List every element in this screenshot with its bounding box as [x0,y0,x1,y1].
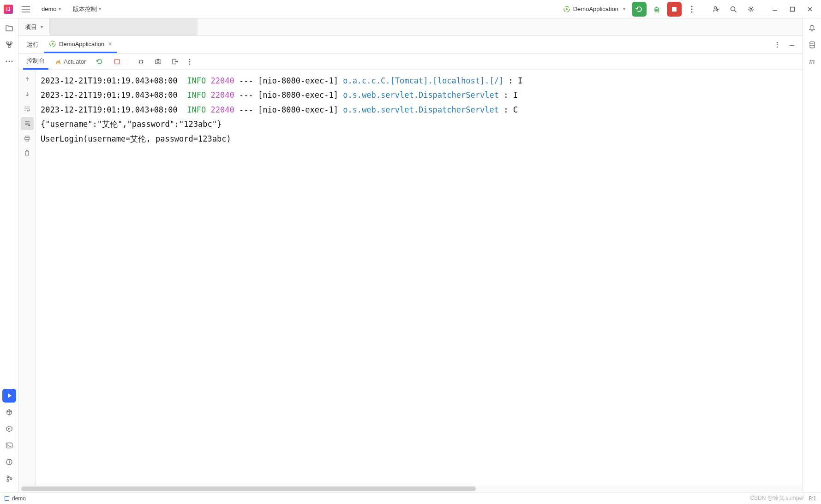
svg-point-9 [750,8,752,10]
svg-point-24 [777,42,778,43]
project-panel-tab[interactable]: 项目 ▾ [18,18,50,36]
console-output[interactable]: 2023-12-21T19:01:19.043+08:00 INFO 22040… [36,70,803,486]
project-breadcrumb[interactable]: demo ▾ [39,4,64,14]
actuator-icon [55,59,61,65]
maximize-button[interactable] [785,2,800,17]
stop-button[interactable] [667,2,682,17]
hide-run-panel-button[interactable] [786,39,798,51]
debug-button[interactable] [649,2,664,17]
scroll-up-button[interactable] [21,73,34,86]
editor-tabs-empty [50,18,198,36]
database-tool-button[interactable] [805,38,819,52]
search-button[interactable] [726,2,741,17]
svg-point-32 [189,61,191,62]
svg-point-5 [691,8,693,10]
svg-point-1 [566,8,568,10]
console-more-button[interactable] [185,53,194,70]
run-config-selector[interactable]: DemoApplication ▾ [559,4,629,15]
clear-console-button[interactable] [21,147,34,160]
run-config-name: DemoApplication [573,6,618,12]
notifications-button[interactable] [805,21,819,35]
exit-button[interactable] [168,53,182,70]
code-with-me-button[interactable] [708,2,723,17]
console-gutter [18,70,36,486]
close-tab-button[interactable]: × [107,40,113,47]
titlebar: IJ demo ▾ 版本控制 ▾ DemoApplication ▾ [0,0,821,18]
restart-button[interactable] [92,53,107,70]
run-tab-options-button[interactable] [771,39,783,51]
svg-rect-12 [10,42,12,44]
run-tool-tabs: 运行 DemoApplication × [18,36,803,53]
services-tool-button[interactable] [2,422,16,436]
chevron-down-icon: ▾ [99,6,101,12]
svg-point-27 [140,60,143,64]
svg-point-16 [11,61,12,62]
soft-wrap-button[interactable] [21,102,34,115]
svg-rect-11 [6,42,8,44]
caret-position[interactable]: 8:1 [809,495,816,502]
watermark-text: CSDN @翰戈.sumper [750,494,804,502]
project-header-row: 项目 ▾ [18,18,803,36]
run-panel-label: 运行 [23,41,42,49]
settings-button[interactable] [743,2,758,17]
terminal-tool-button[interactable] [2,439,16,452]
more-tools-button[interactable] [2,54,16,68]
main-menu-button[interactable] [19,3,32,16]
debug-attach-button[interactable] [134,53,148,70]
svg-point-8 [731,6,735,11]
scroll-down-button[interactable] [21,88,34,101]
rerun-button[interactable] [632,2,647,17]
svg-rect-3 [672,7,677,12]
app-icon: IJ [4,5,13,14]
svg-point-23 [52,43,54,45]
stop-process-button[interactable] [109,53,124,70]
close-window-button[interactable] [803,2,817,17]
svg-point-14 [6,61,7,62]
print-button[interactable] [21,132,34,145]
project-tool-button[interactable] [2,21,16,35]
svg-point-19 [7,476,9,478]
actuator-tab[interactable]: Actuator [51,53,90,70]
git-tool-button[interactable] [2,472,16,486]
svg-point-7 [714,6,717,9]
svg-point-20 [7,480,9,481]
svg-point-29 [157,61,160,63]
svg-point-4 [691,6,693,7]
chevron-down-icon: ▾ [59,6,61,12]
minimize-button[interactable] [767,2,782,17]
horizontal-scrollbar[interactable] [18,486,803,492]
project-panel-title: 项目 [25,23,37,31]
vcs-breadcrumb[interactable]: 版本控制 ▾ [70,3,104,15]
run-tab-label: DemoApplication [59,41,104,47]
left-tool-stripe [0,18,18,492]
scroll-to-end-button[interactable] [21,117,34,130]
spring-boot-icon [49,40,56,47]
vcs-label: 版本控制 [73,5,97,13]
run-tab-demoapplication[interactable]: DemoApplication × [44,36,117,53]
run-tool-button[interactable] [2,389,16,403]
svg-point-33 [189,63,191,65]
maven-tool-button[interactable]: m [805,54,819,68]
build-tool-button[interactable] [2,405,16,419]
more-actions-button[interactable] [684,2,699,17]
right-tool-stripe: m [803,18,821,492]
snapshot-button[interactable] [151,53,165,70]
svg-point-6 [691,11,693,12]
scrollbar-thumb[interactable] [21,486,476,491]
spring-boot-icon [563,6,570,13]
status-bar: demo CSDN @翰戈.sumper 8:1 [0,492,821,504]
structure-tool-button[interactable] [2,38,16,52]
chevron-down-icon: ▾ [623,6,625,12]
problems-tool-button[interactable] [2,455,16,469]
module-icon [5,496,9,501]
console-toolbar: 控制台 Actuator [18,53,803,70]
svg-point-15 [8,61,10,62]
svg-rect-17 [6,443,12,448]
svg-point-31 [189,59,191,60]
status-module-name: demo [12,495,26,502]
svg-rect-10 [791,7,795,11]
svg-point-25 [777,44,778,45]
console-tab[interactable]: 控制台 [23,53,48,70]
project-name: demo [42,6,57,12]
svg-rect-28 [156,60,161,64]
